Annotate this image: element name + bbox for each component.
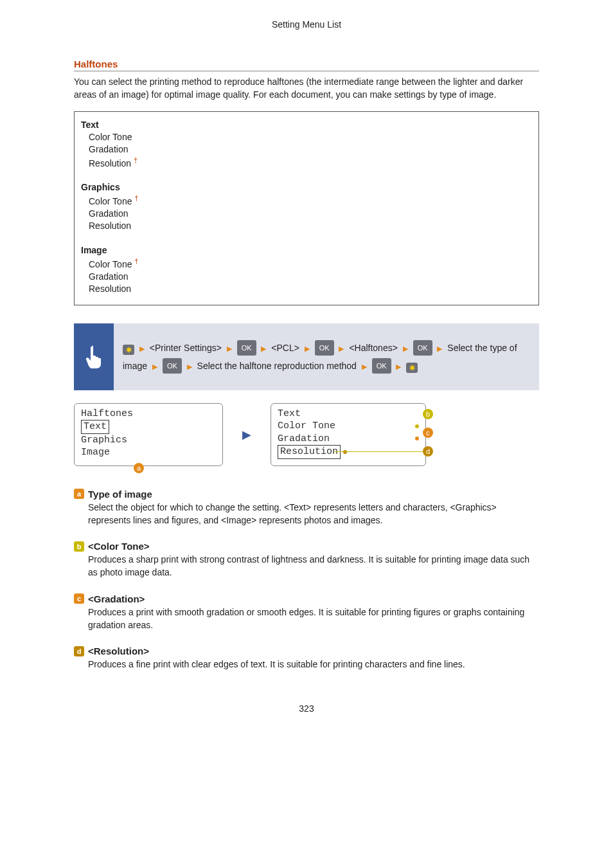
description-gradation: c <Gradation> Produces a print with smoo… [74,593,539,632]
arrow-icon: ▶ [187,359,192,374]
section-intro: You can select the printing method to re… [74,75,539,102]
arrow-icon: ▶ [139,341,145,356]
arrow-icon: ▶ [261,341,266,356]
desc-body: Select the object for which to change th… [88,501,539,527]
desc-title: Type of image [88,489,152,500]
arrow-icon: ▶ [437,341,442,356]
opt-graphics-gradation: Gradation [89,208,532,219]
opt-image-colortone: Color Tone † [89,257,532,269]
lcd-screens-row: Halftones Text Graphics Image a ▶ Text C… [74,403,539,466]
desc-title: <Color Tone> [88,541,150,552]
ok-key-icon: OK [413,340,432,356]
desc-title: <Resolution> [88,646,149,656]
callout-b-icon: b [423,409,433,419]
group-image: Image [81,245,532,255]
description-color-tone: b <Color Tone> Produces a sharp print wi… [74,541,539,579]
opt-text-gradation: Gradation [89,144,532,154]
dagger-icon: † [134,257,138,265]
lcd-item: Color Tone [278,420,335,433]
arrow-icon: ▶ [242,428,251,442]
desc-title: <Gradation> [88,593,145,604]
page-header: Setting Menu List [74,19,539,30]
ok-key-icon: OK [163,358,182,374]
description-resolution: d <Resolution> Produces a fine print wit… [74,646,539,671]
navigation-path-box: ✱ ▶ <Printer Settings> ▶ OK ▶ <PCL> ▶ OK… [74,323,539,390]
lcd-screen-text: Text Color Tone Gradation Resolution b c… [271,403,426,466]
lcd-item: Graphics [81,434,216,447]
opt-image-gradation: Gradation [89,271,532,282]
opt-image-resolution: Resolution [89,284,532,294]
menu-key-icon: ✱ [123,345,134,355]
group-text: Text [81,120,532,130]
arrow-icon: ▶ [403,341,408,356]
lcd-item: Image [81,446,216,459]
dagger-icon: † [134,194,138,202]
section-title-halftones: Halftones [74,59,539,71]
menu-key-icon: ✱ [406,363,418,373]
callout-a-icon: a [134,463,144,473]
desc-body: Produces a sharp print with strong contr… [88,553,539,579]
arrow-icon: ▶ [152,359,157,374]
callout-d-icon: d [74,646,84,656]
arrow-icon: ▶ [339,341,344,356]
description-type-of-image: a Type of image Select the object for wh… [74,489,539,527]
opt-graphics-resolution: Resolution [89,221,532,231]
lcd-screen-halftones: Halftones Text Graphics Image a [74,403,223,466]
desc-body: Produces a fine print with clear edges o… [88,658,539,671]
lcd-title: Text [278,408,419,420]
arrow-icon: ▶ [305,341,310,356]
arrow-icon: ▶ [227,341,232,356]
group-graphics: Graphics [81,182,532,192]
desc-body: Produces a print with smooth gradation o… [88,606,539,632]
opt-text-resolution: Resolution † [89,156,532,168]
dagger-icon: † [134,156,138,164]
callout-b-icon: b [74,541,84,552]
arrow-icon: ▶ [362,359,367,374]
callout-c-icon: c [74,593,84,604]
lcd-selected-item: Text [81,420,109,434]
lcd-selected-item: Resolution [278,445,341,459]
arrow-icon: ▶ [396,359,401,374]
callout-d-icon: d [423,446,433,457]
ok-key-icon: OK [372,358,391,374]
opt-text-colortone: Color Tone [89,132,532,142]
ok-key-icon: OK [315,340,334,356]
pointer-hand-icon [74,323,114,390]
lcd-title: Halftones [81,408,216,420]
settings-options-box: Text Color Tone Gradation Resolution † G… [74,111,539,305]
callout-a-icon: a [74,489,84,499]
lcd-item: Gradation [278,433,330,446]
page-number: 323 [74,703,539,714]
ok-key-icon: OK [237,340,256,356]
callout-c-icon: c [423,428,433,438]
navigation-path-text: ✱ ▶ <Printer Settings> ▶ OK ▶ <PCL> ▶ OK… [114,323,539,390]
opt-graphics-colortone: Color Tone † [89,194,532,206]
